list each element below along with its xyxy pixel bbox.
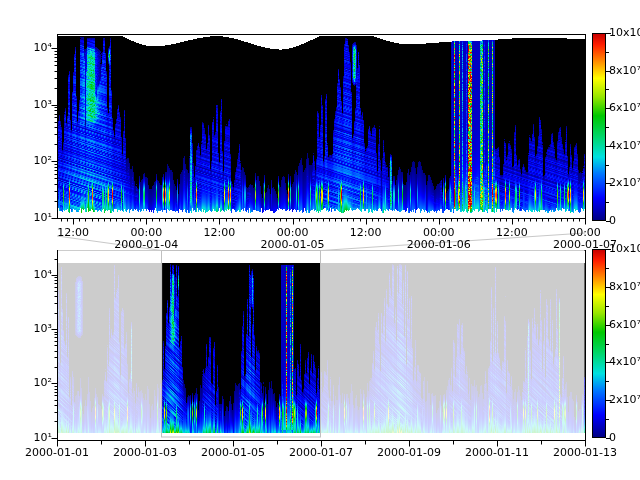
colorbar-top xyxy=(592,33,606,221)
colorbar-bottom xyxy=(592,249,606,438)
detail-plot-area[interactable] xyxy=(57,34,585,218)
zoom-selection-region[interactable] xyxy=(162,250,321,437)
spectrogram-viewer: 12:0000:002000-01-0412:0000:002000-01-05… xyxy=(0,0,640,480)
overview-plot-area[interactable] xyxy=(57,250,585,440)
